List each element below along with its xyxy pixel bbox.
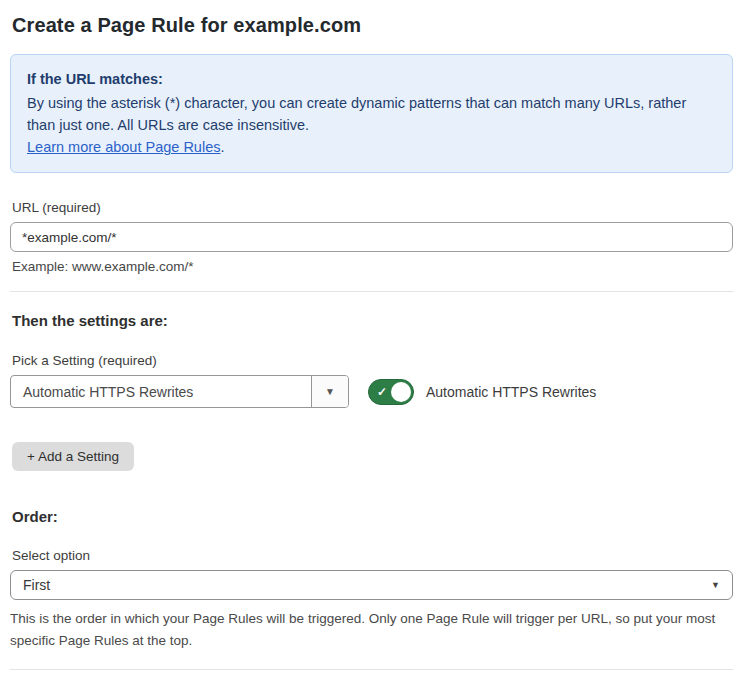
info-box-link-line: Learn more about Page Rules. bbox=[27, 136, 716, 158]
toggle-label: Automatic HTTPS Rewrites bbox=[426, 384, 596, 400]
url-example-helper: Example: www.example.com/* bbox=[12, 259, 731, 274]
setting-dropdown-button[interactable]: ▼ bbox=[311, 376, 348, 407]
info-box-body: By using the asterisk (*) character, you… bbox=[27, 92, 716, 136]
toggle-knob bbox=[391, 382, 411, 402]
url-input[interactable] bbox=[10, 222, 733, 252]
learn-more-link[interactable]: Learn more about Page Rules bbox=[27, 139, 220, 155]
info-box-heading: If the URL matches: bbox=[27, 68, 716, 90]
add-setting-button[interactable]: + Add a Setting bbox=[12, 442, 134, 471]
setting-row: Automatic HTTPS Rewrites ▼ ✓ Automatic H… bbox=[10, 375, 733, 408]
footer-divider bbox=[10, 669, 733, 670]
url-field-label: URL (required) bbox=[12, 200, 731, 215]
page-title: Create a Page Rule for example.com bbox=[12, 14, 731, 37]
automatic-https-rewrites-toggle[interactable]: ✓ bbox=[368, 379, 414, 405]
order-helper-text: This is the order in which your Page Rul… bbox=[10, 608, 725, 652]
link-suffix: . bbox=[220, 139, 224, 155]
setting-dropdown-value: Automatic HTTPS Rewrites bbox=[11, 376, 311, 407]
check-icon: ✓ bbox=[377, 385, 387, 399]
chevron-down-icon: ▼ bbox=[711, 580, 720, 590]
chevron-down-icon: ▼ bbox=[325, 386, 335, 397]
settings-section-heading: Then the settings are: bbox=[12, 312, 731, 329]
setting-dropdown[interactable]: Automatic HTTPS Rewrites ▼ bbox=[10, 375, 349, 408]
order-select-label: Select option bbox=[12, 548, 731, 563]
order-section-heading: Order: bbox=[12, 508, 731, 525]
create-page-rule-form: Create a Page Rule for example.com If th… bbox=[0, 14, 743, 686]
url-matches-info-box: If the URL matches: By using the asteris… bbox=[10, 54, 733, 173]
order-select-value: First bbox=[23, 577, 50, 593]
pick-setting-label: Pick a Setting (required) bbox=[12, 353, 731, 368]
order-select[interactable]: First ▼ bbox=[10, 570, 733, 600]
section-divider bbox=[10, 291, 733, 292]
